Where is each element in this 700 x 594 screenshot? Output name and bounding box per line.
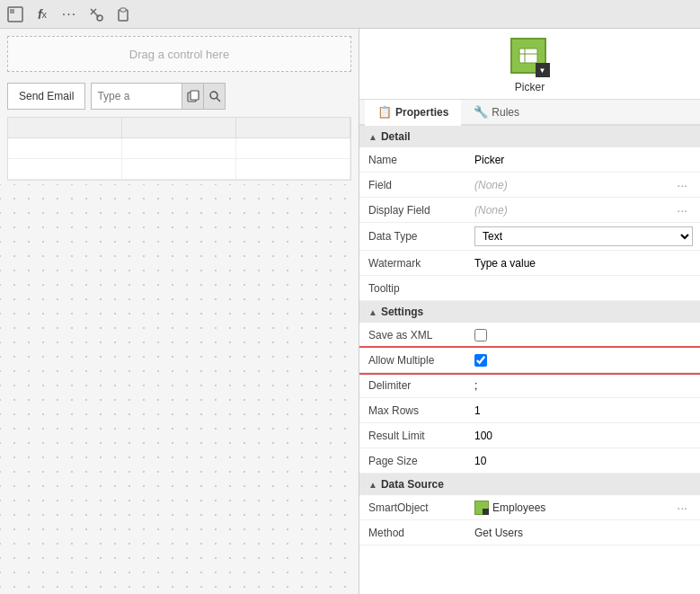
send-email-button[interactable]: Send Email	[7, 83, 85, 110]
detail-toggle-icon: ▲	[368, 132, 377, 142]
table-row	[8, 138, 350, 159]
smartobject-dots-button[interactable]: ···	[677, 501, 693, 515]
properties-panel: ▲ Detail Name Field (None) ···	[359, 126, 700, 594]
prop-value-max-rows[interactable]	[467, 401, 700, 421]
properties-tab-icon: 📋	[377, 105, 392, 119]
grid-cell	[122, 159, 236, 179]
prop-row-save-xml: Save as XML	[359, 323, 700, 348]
save-xml-checkbox-wrap	[474, 329, 487, 341]
tab-properties-label: Properties	[395, 106, 448, 119]
grid-header-cell-1	[8, 118, 122, 137]
prop-value-method[interactable]: Get Users	[467, 523, 700, 543]
detail-section-label: Detail	[381, 130, 411, 143]
svg-rect-1	[10, 9, 14, 13]
prop-label-tooltip: Tooltip	[359, 279, 467, 298]
settings-section-header[interactable]: ▲ Settings	[359, 301, 700, 323]
grid-cell	[236, 138, 350, 158]
prop-row-name: Name	[359, 147, 700, 173]
picker-text-input[interactable]	[92, 86, 182, 106]
svg-point-9	[210, 92, 217, 99]
prop-label-page-size: Page Size	[359, 451, 467, 471]
prop-row-data-type: Data Type Text Number Date Boolean	[359, 223, 700, 251]
prop-label-display-field: Display Field	[359, 200, 467, 220]
prop-label-save-xml: Save as XML	[359, 325, 467, 345]
prop-label-result-limit: Result Limit	[359, 426, 467, 446]
picker-title: Picker	[515, 81, 545, 93]
picker-header: ▼ Picker	[359, 29, 700, 100]
field-value: (None)	[474, 179, 508, 191]
page-size-input[interactable]	[474, 455, 693, 467]
prop-value-data-type[interactable]: Text Number Date Boolean	[467, 223, 700, 250]
drag-area: Drag a control here	[7, 36, 351, 72]
prop-value-display-field[interactable]: (None) ···	[467, 199, 700, 221]
datasource-section-label: Data Source	[381, 478, 444, 491]
prop-value-tooltip[interactable]	[467, 279, 700, 298]
tab-properties[interactable]: 📋 Properties	[365, 100, 461, 126]
grid-header	[8, 118, 350, 138]
display-field-value: (None)	[474, 204, 508, 217]
table-row	[8, 159, 350, 180]
prop-value-delimiter[interactable]	[467, 376, 700, 395]
prop-row-delimiter: Delimiter	[359, 373, 700, 398]
grid-cell	[8, 138, 122, 158]
prop-value-name[interactable]	[467, 150, 700, 170]
drag-area-text: Drag a control here	[129, 48, 229, 61]
prop-label-max-rows: Max Rows	[359, 401, 467, 421]
method-value: Get Users	[474, 527, 523, 539]
picker-icon-wrap: ▼	[510, 38, 550, 77]
datasource-section-header[interactable]: ▲ Data Source	[359, 474, 700, 495]
screenshot-icon[interactable]	[5, 4, 25, 24]
settings-toggle-icon: ▲	[368, 307, 377, 317]
svg-line-10	[217, 98, 220, 102]
datasource-toggle-icon: ▲	[368, 480, 377, 490]
grid-cell	[236, 159, 350, 179]
data-type-select-wrap: Text Number Date Boolean	[474, 226, 693, 246]
prop-label-name: Name	[359, 150, 467, 170]
left-panel: Drag a control here Send Email	[0, 29, 359, 594]
data-type-select[interactable]: Text Number Date Boolean	[474, 226, 693, 246]
name-input[interactable]	[474, 154, 693, 166]
cut-icon[interactable]	[86, 4, 106, 24]
watermark-input[interactable]	[474, 257, 693, 270]
prop-value-allow-multiple[interactable]	[467, 350, 700, 370]
picker-dropdown-arrow: ▼	[536, 63, 550, 77]
prop-label-field: Field	[359, 175, 467, 195]
prop-row-allow-multiple: Allow Multiple	[359, 348, 700, 373]
field-dots-button[interactable]: ···	[677, 178, 693, 192]
prop-value-result-limit[interactable]	[467, 426, 700, 446]
function-icon[interactable]: fx	[32, 4, 52, 24]
prop-value-field[interactable]: (None) ···	[467, 174, 700, 196]
prop-value-save-xml[interactable]	[467, 325, 700, 345]
tab-rules[interactable]: 🔧 Rules	[461, 100, 532, 126]
grid-area	[7, 117, 351, 181]
svg-rect-8	[191, 91, 199, 100]
picker-search-button[interactable]	[203, 84, 225, 109]
prop-label-watermark: Watermark	[359, 253, 467, 273]
detail-section-header[interactable]: ▲ Detail	[359, 126, 700, 147]
prop-value-watermark[interactable]	[467, 253, 700, 273]
main-content: Drag a control here Send Email	[0, 29, 700, 594]
prop-label-smartobject: SmartObject	[359, 498, 467, 518]
tooltip-input[interactable]	[474, 282, 693, 295]
grid-cell	[122, 138, 236, 158]
grid-header-cell-3	[236, 118, 350, 137]
prop-value-smartobject[interactable]: Employees ···	[467, 497, 700, 519]
prop-value-page-size[interactable]	[467, 451, 700, 471]
save-xml-checkbox[interactable]	[474, 329, 487, 341]
allow-multiple-checkbox[interactable]	[474, 354, 487, 367]
grid-cell	[8, 159, 122, 179]
allow-multiple-checkbox-wrap	[474, 354, 487, 367]
prop-row-result-limit: Result Limit	[359, 423, 700, 448]
display-field-dots-button[interactable]: ···	[677, 203, 693, 217]
rules-tab-icon: 🔧	[474, 105, 488, 119]
more-icon[interactable]: ···	[59, 4, 79, 24]
svg-rect-6	[120, 8, 126, 12]
max-rows-input[interactable]	[474, 404, 693, 417]
result-limit-input[interactable]	[474, 430, 693, 442]
picker-copy-button[interactable]	[182, 84, 203, 109]
prop-label-data-type: Data Type	[359, 226, 467, 246]
tabs-row: 📋 Properties 🔧 Rules	[359, 100, 700, 126]
paste-icon[interactable]	[113, 4, 133, 24]
delimiter-input[interactable]	[474, 379, 693, 392]
picker-input-wrap	[91, 83, 226, 110]
